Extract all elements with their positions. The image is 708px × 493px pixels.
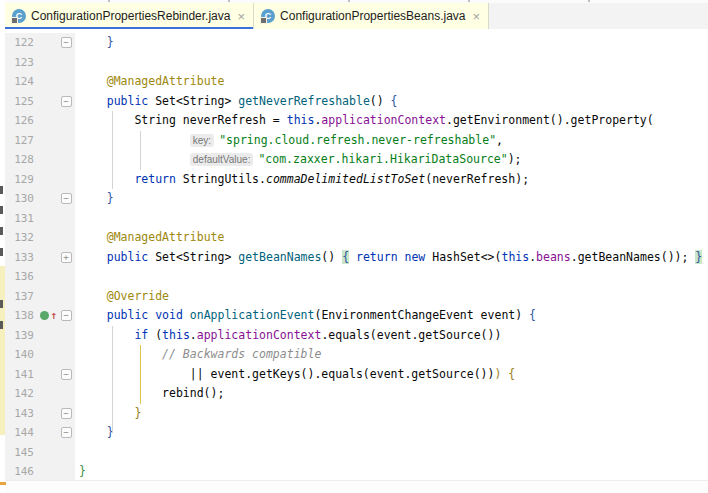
- code-line[interactable]: 129 return StringUtils.commaDelimitedLis…: [0, 170, 708, 190]
- static-method-call: commaDelimitedListToSet: [266, 172, 425, 186]
- code-line[interactable]: 123: [0, 53, 708, 73]
- code-content[interactable]: return StringUtils.commaDelimitedListToS…: [75, 170, 529, 190]
- indent-guide: [140, 345, 141, 404]
- code-line[interactable]: 131: [0, 209, 708, 229]
- readonly-lock-icon: [260, 17, 267, 24]
- fold-marker-icon[interactable]: −: [61, 37, 72, 48]
- keyword: new: [405, 250, 426, 264]
- code-line[interactable]: 146}: [0, 462, 708, 481]
- code-line[interactable]: 136: [0, 267, 708, 287]
- code-content[interactable]: defaultValue:"com.zaxxer.hikari.HikariDa…: [75, 150, 522, 170]
- code-content[interactable]: rebind();: [75, 384, 224, 404]
- code-text: [349, 250, 356, 264]
- code-line[interactable]: 140 // Backwards compatible: [0, 345, 708, 365]
- code-line[interactable]: 132 @ManagedAttribute: [0, 228, 708, 248]
- code-text: (neverRefresh);: [425, 172, 529, 186]
- line-number: 138: [0, 306, 34, 326]
- line-number: 141: [0, 365, 34, 385]
- line-number: 128: [0, 150, 34, 170]
- parameter-name-hint: key:: [190, 134, 214, 147]
- code-content[interactable]: }: [75, 423, 114, 443]
- code-line[interactable]: 130− }: [0, 189, 708, 209]
- indent-guide: [112, 111, 113, 189]
- overrides-method-gutter-icon[interactable]: [40, 311, 49, 320]
- code-content[interactable]: || event.getKeys().equals(event.getSourc…: [75, 365, 515, 385]
- fold-marker-icon[interactable]: +: [61, 252, 72, 263]
- code-line[interactable]: 144− }: [0, 423, 708, 443]
- code-text: Set<String>: [148, 94, 238, 108]
- code-line[interactable]: 139 if (this.applicationContext.equals(e…: [0, 326, 708, 346]
- fold-marker-icon[interactable]: −: [61, 408, 72, 419]
- gutter: 132: [0, 228, 75, 248]
- code-rows: 122− }123124 @ManagedAttribute125− publi…: [0, 33, 708, 481]
- code-editor[interactable]: 122− }123124 @ManagedAttribute125− publi…: [0, 29, 708, 481]
- gutter: 138↑−: [0, 306, 75, 326]
- code-text: [79, 406, 134, 420]
- code-content[interactable]: }: [75, 189, 114, 209]
- cropped-left-edge: [0, 0, 5, 493]
- code-content[interactable]: @ManagedAttribute: [75, 72, 224, 92]
- override-up-arrow-icon[interactable]: ↑: [50, 306, 57, 326]
- code-content[interactable]: [75, 53, 79, 73]
- tab-configurationpropertiesrebinder[interactable]: C ConfigurationPropertiesRebinder.java ×: [5, 3, 254, 29]
- line-number: 133: [0, 248, 34, 268]
- fold-marker-icon[interactable]: −: [61, 369, 72, 380]
- line-number: 132: [0, 228, 34, 248]
- gutter: 122−: [0, 33, 75, 53]
- brace: {: [391, 94, 398, 108]
- code-line[interactable]: 125− public Set<String> getNeverRefresha…: [0, 92, 708, 112]
- code-line[interactable]: 122− }: [0, 33, 708, 53]
- code-line[interactable]: 133+ public Set<String> getBeanNames() {…: [0, 248, 708, 268]
- fold-marker-icon[interactable]: −: [61, 96, 72, 107]
- indent-guide: [112, 326, 113, 433]
- code-text: .getEnvironment().getProperty(: [446, 113, 654, 127]
- gutter: 127: [0, 131, 75, 151]
- string-literal: "com.zaxxer.hikari.HikariDataSource": [258, 152, 507, 166]
- close-icon[interactable]: ×: [473, 10, 481, 23]
- code-line[interactable]: 128 defaultValue:"com.zaxxer.hikari.Hika…: [0, 150, 708, 170]
- gutter: 130−: [0, 189, 75, 209]
- code-content[interactable]: }: [75, 404, 141, 424]
- code-line[interactable]: 142 rebind();: [0, 384, 708, 404]
- comment: // Backwards compatible: [162, 347, 321, 361]
- field-reference: beans: [536, 250, 571, 264]
- line-number: 131: [0, 209, 34, 229]
- fold-marker-icon[interactable]: −: [61, 310, 72, 321]
- code-line[interactable]: 127 key:"spring.cloud.refresh.never-refr…: [0, 131, 708, 151]
- code-line[interactable]: 145: [0, 443, 708, 463]
- code-text: Set<String>: [148, 250, 238, 264]
- code-line[interactable]: 141− || event.getKeys().equals(event.get…: [0, 365, 708, 385]
- fold-marker-icon[interactable]: −: [61, 427, 72, 438]
- gutter: 140: [0, 345, 75, 365]
- code-content[interactable]: String neverRefresh = this.applicationCo…: [75, 111, 654, 131]
- code-line[interactable]: 137 @Override: [0, 287, 708, 307]
- code-line[interactable]: 138↑− public void onApplicationEvent(Env…: [0, 306, 708, 326]
- code-content[interactable]: [75, 443, 79, 463]
- code-text: ,: [496, 133, 503, 147]
- code-content[interactable]: public Set<String> getNeverRefreshable()…: [75, 92, 398, 112]
- line-number: 127: [0, 131, 34, 151]
- code-line[interactable]: 143− }: [0, 404, 708, 424]
- code-line[interactable]: 124 @ManagedAttribute: [0, 72, 708, 92]
- brace: ) {: [494, 367, 515, 381]
- code-content[interactable]: @ManagedAttribute: [75, 228, 224, 248]
- gutter: 124: [0, 72, 75, 92]
- line-number: 146: [0, 462, 34, 481]
- code-content[interactable]: public void onApplicationEvent(Environme…: [75, 306, 536, 326]
- code-content[interactable]: public Set<String> getBeanNames() { retu…: [75, 248, 702, 268]
- close-icon[interactable]: ×: [237, 10, 245, 23]
- code-content[interactable]: @Override: [75, 287, 169, 307]
- tab-configurationpropertiesbeans[interactable]: C ConfigurationPropertiesBeans.java ×: [254, 3, 489, 29]
- code-text: [79, 133, 190, 147]
- fold-marker-icon[interactable]: −: [61, 193, 72, 204]
- code-line[interactable]: 126 String neverRefresh = this.applicati…: [0, 111, 708, 131]
- gutter: 129: [0, 170, 75, 190]
- code-content[interactable]: [75, 209, 79, 229]
- keyword: return: [134, 172, 176, 186]
- code-content[interactable]: [75, 267, 79, 287]
- brace: }: [107, 191, 114, 205]
- code-content[interactable]: }: [75, 462, 86, 481]
- method-declaration-name: onApplicationEvent: [190, 308, 315, 322]
- code-content[interactable]: }: [75, 33, 114, 53]
- code-content[interactable]: if (this.applicationContext.equals(event…: [75, 326, 501, 346]
